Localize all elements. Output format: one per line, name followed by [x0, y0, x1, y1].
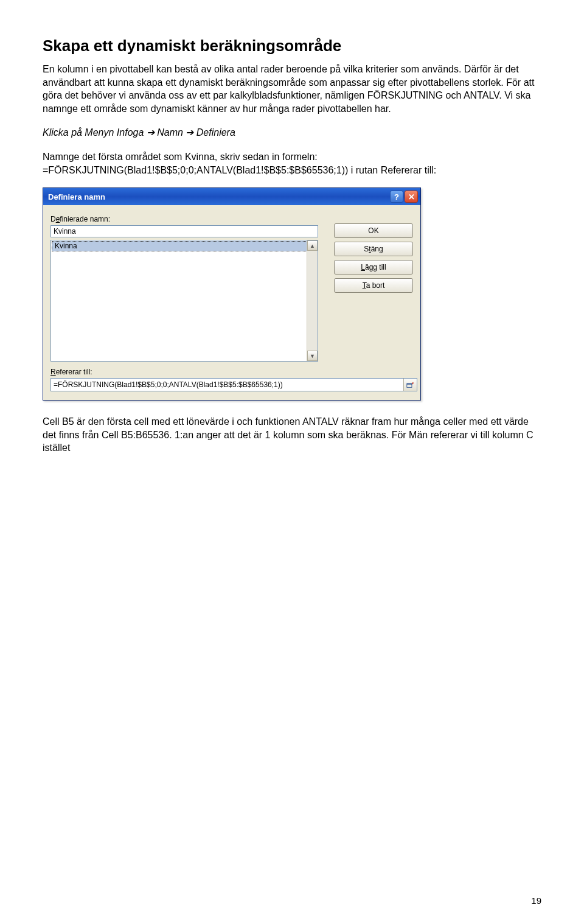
- page-heading: Skapa ett dynamiskt beräkningsområde: [43, 37, 541, 55]
- names-listbox[interactable]: Kvinna ▲ ▼: [50, 240, 318, 362]
- refers-to-input[interactable]: [51, 379, 403, 391]
- p3-line1: Namnge det första området som Kvinna, sk…: [43, 152, 318, 162]
- close-window-button[interactable]: ✕: [405, 191, 418, 203]
- close-button[interactable]: Stäng: [334, 242, 413, 256]
- paragraph-1: En kolumn i en pivottabell kan bestå av …: [43, 63, 541, 115]
- name-input[interactable]: [50, 225, 318, 237]
- remove-button[interactable]: Ta bort: [334, 278, 413, 293]
- p2-mid: Namn: [155, 127, 186, 138]
- arrow-icon: ➔: [147, 127, 155, 138]
- p2-pre: Klicka på Menyn Infoga: [43, 127, 147, 138]
- ok-button[interactable]: OK: [334, 223, 413, 238]
- dialog-titlebar[interactable]: Definiera namn ? ✕: [43, 188, 420, 205]
- arrow-icon: ➔: [186, 127, 193, 138]
- p2-post: Definiera: [193, 127, 235, 138]
- range-picker-button[interactable]: [403, 379, 417, 391]
- p3-line2: =FÖRSKJUTNING(Blad1!$B$5;0;0;ANTALV(Blad…: [43, 165, 436, 175]
- help-button[interactable]: ?: [390, 191, 403, 203]
- paragraph-3: Namnge det första området som Kvinna, sk…: [43, 150, 541, 177]
- dialog-title: Definiera namn: [48, 192, 105, 201]
- list-item[interactable]: Kvinna: [52, 241, 317, 251]
- refers-to-label: Refererar till:: [50, 368, 413, 376]
- add-button[interactable]: Lägg till: [334, 260, 413, 275]
- scrollbar[interactable]: ▲ ▼: [307, 240, 318, 361]
- define-name-dialog: Definiera namn ? ✕ Definierade namn: Kvi…: [43, 187, 421, 401]
- collapse-dialog-icon: [406, 381, 414, 389]
- paragraph-4: Cell B5 är den första cell med ett lönev…: [43, 415, 541, 455]
- svg-rect-1: [407, 383, 412, 385]
- scroll-down-button[interactable]: ▼: [307, 351, 318, 361]
- paragraph-2: Klicka på Menyn Infoga ➔ Namn ➔ Definier…: [43, 126, 541, 139]
- defined-names-label: Definierade namn:: [50, 215, 413, 223]
- scroll-up-button[interactable]: ▲: [307, 240, 318, 251]
